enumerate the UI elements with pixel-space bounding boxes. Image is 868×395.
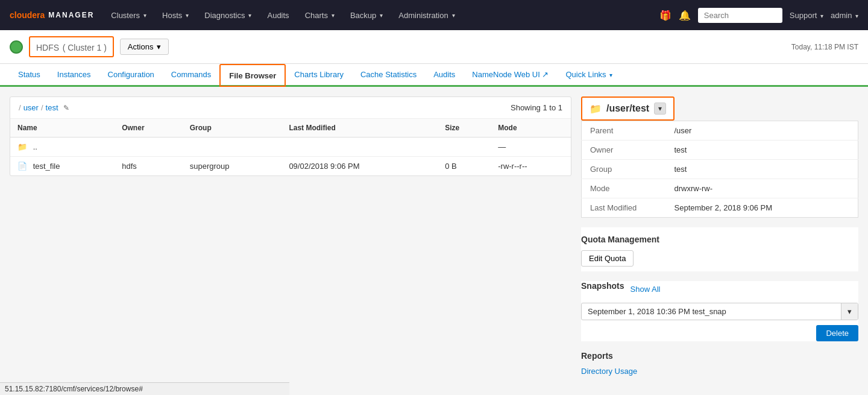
service-status-dot: [10, 40, 23, 54]
tab-bar: Status Instances Configuration Commands …: [0, 64, 868, 87]
edit-quota-button[interactable]: Edit Quota: [581, 250, 634, 267]
prop-label-parent: Parent: [582, 121, 666, 141]
prop-row-mode: Mode drwxrw-rw-: [582, 179, 858, 198]
service-title: HDFS ( Cluster 1 ) Actions ▾: [10, 36, 169, 57]
page-timestamp: Today, 11:18 PM IST: [791, 43, 858, 51]
edit-path-icon[interactable]: ✎: [63, 104, 69, 112]
col-owner: Owner: [115, 119, 183, 137]
prop-value-group: test: [666, 160, 858, 179]
file-size-cell: 0 B: [438, 157, 491, 176]
tab-audits[interactable]: Audits: [425, 64, 464, 87]
prop-row-last-modified: Last Modified September 2, 2018 9:06 PM: [582, 198, 858, 218]
tab-cache-statistics[interactable]: Cache Statistics: [352, 64, 425, 87]
prop-row-parent: Parent /user: [582, 121, 858, 141]
prop-label-group: Group: [582, 160, 666, 179]
col-name: Name: [10, 119, 115, 137]
gift-icon[interactable]: 🎁: [659, 10, 671, 21]
tab-charts-library[interactable]: Charts Library: [286, 64, 352, 87]
right-panel: 📁 /user/test ▾ Parent /user Owner test G…: [581, 96, 858, 376]
file-icon: 📄: [17, 162, 27, 171]
prop-value-last-modified: September 2, 2018 9:06 PM: [666, 198, 858, 218]
snapshot-dropdown-row: September 1, 2018 10:36 PM test_snap ▾: [581, 303, 858, 320]
nav-right: 🎁 🔔 Support ▾ admin ▾: [659, 8, 858, 23]
file-browser-panel: / user / test ✎ Showing 1 to 1 Name Owne…: [10, 96, 571, 176]
tab-file-browser[interactable]: File Browser: [219, 64, 286, 87]
file-group-cell: supergroup: [183, 157, 282, 176]
tab-namenode-web-ui[interactable]: NameNode Web UI ↗: [464, 64, 557, 87]
tab-instances[interactable]: Instances: [49, 64, 99, 87]
breadcrumb-user[interactable]: user: [24, 103, 39, 112]
properties-table: Parent /user Owner test Group test Mode …: [581, 121, 858, 218]
prop-label-mode: Mode: [582, 179, 666, 198]
col-last-modified: Last Modified: [281, 119, 438, 137]
nav-administration[interactable]: Administration ▾: [391, 7, 462, 24]
file-name-cell: 📁 ..: [10, 137, 115, 157]
col-size: Size: [438, 119, 491, 137]
main-content: / user / test ✎ Showing 1 to 1 Name Owne…: [0, 87, 868, 385]
page-header: HDFS ( Cluster 1 ) Actions ▾ Today, 11:1…: [0, 30, 868, 64]
showing-count: Showing 1 to 1: [511, 103, 562, 112]
snapshots-section: Snapshots Show All September 1, 2018 10:…: [581, 281, 858, 341]
actions-label: Actions: [128, 42, 154, 51]
file-name: test_file: [33, 162, 60, 171]
path-folder-icon: 📁: [590, 103, 602, 115]
path-header: 📁 /user/test ▾: [581, 96, 675, 121]
path-text: /user/test: [606, 103, 649, 114]
status-url: 51.15.15.82:7180/cmf/services/12/browse#: [5, 385, 143, 385]
prop-label-owner: Owner: [582, 141, 666, 160]
file-group-cell: [183, 137, 282, 157]
nav-audits[interactable]: Audits: [260, 7, 296, 24]
reports-title: Reports: [581, 351, 858, 361]
tab-commands[interactable]: Commands: [163, 64, 219, 87]
snapshot-dropdown-arrow[interactable]: ▾: [841, 303, 858, 320]
snapshots-title: Snapshots: [581, 281, 624, 291]
file-size-cell: [438, 137, 491, 157]
bell-icon[interactable]: 🔔: [679, 10, 691, 21]
nav-clusters[interactable]: Clusters ▾: [104, 7, 154, 24]
breadcrumb-test[interactable]: test: [46, 103, 58, 112]
file-mode-cell: —: [491, 137, 571, 157]
tab-configuration[interactable]: Configuration: [99, 64, 163, 87]
nav-backup[interactable]: Backup ▾: [343, 7, 390, 24]
nav-diagnostics[interactable]: Diagnostics ▾: [197, 7, 259, 24]
tab-quick-links[interactable]: Quick Links ▾: [557, 64, 621, 87]
path-dropdown-button[interactable]: ▾: [654, 103, 666, 115]
quota-title: Quota Management: [581, 235, 858, 244]
prop-value-owner: test: [666, 141, 858, 160]
actions-button[interactable]: Actions ▾: [120, 39, 169, 55]
search-input[interactable]: [698, 8, 782, 23]
admin-link[interactable]: admin ▾: [831, 11, 858, 20]
cluster-label: ( Cluster 1 ): [63, 43, 107, 52]
nav-charts[interactable]: Charts ▾: [298, 7, 342, 24]
file-name: ..: [33, 142, 37, 151]
show-all-link[interactable]: Show All: [631, 285, 661, 294]
file-modified-cell: 09/02/2018 9:06 PM: [281, 157, 438, 176]
status-bar: 51.15.15.82:7180/cmf/services/12/browse#: [0, 382, 289, 385]
reports-section: Reports Directory Usage: [581, 351, 858, 376]
prop-label-last-modified: Last Modified: [582, 198, 666, 218]
col-group: Group: [183, 119, 282, 137]
file-modified-cell: [281, 137, 438, 157]
support-link[interactable]: Support ▾: [790, 11, 823, 20]
service-name: HDFS: [36, 43, 59, 52]
cloudera-wordmark: cloudera: [10, 10, 45, 20]
nav-menu: Clusters ▾ Hosts ▾ Diagnostics ▾ Audits …: [104, 7, 656, 24]
folder-icon: 📁: [17, 142, 27, 151]
manager-wordmark: MANAGER: [48, 11, 94, 19]
table-row[interactable]: 📄 test_file hdfs supergroup 09/02/2018 9…: [10, 157, 571, 176]
top-navigation: cloudera MANAGER Clusters ▾ Hosts ▾ Diag…: [0, 0, 868, 30]
delete-btn-row: Delete: [581, 325, 858, 341]
file-browser-header: / user / test ✎ Showing 1 to 1: [10, 97, 571, 119]
directory-usage-link[interactable]: Directory Usage: [581, 367, 637, 376]
snapshots-header: Snapshots Show All: [581, 281, 858, 297]
service-name-box: HDFS ( Cluster 1 ): [29, 36, 114, 57]
prop-value-parent: /user: [666, 121, 858, 141]
prop-row-owner: Owner test: [582, 141, 858, 160]
file-name-cell: 📄 test_file: [10, 157, 115, 176]
table-row[interactable]: 📁 .. —: [10, 137, 571, 157]
nav-hosts[interactable]: Hosts ▾: [155, 7, 196, 24]
breadcrumb: / user / test ✎: [19, 103, 69, 112]
actions-caret: ▾: [157, 42, 161, 51]
tab-status[interactable]: Status: [10, 64, 49, 87]
delete-button[interactable]: Delete: [816, 325, 858, 341]
